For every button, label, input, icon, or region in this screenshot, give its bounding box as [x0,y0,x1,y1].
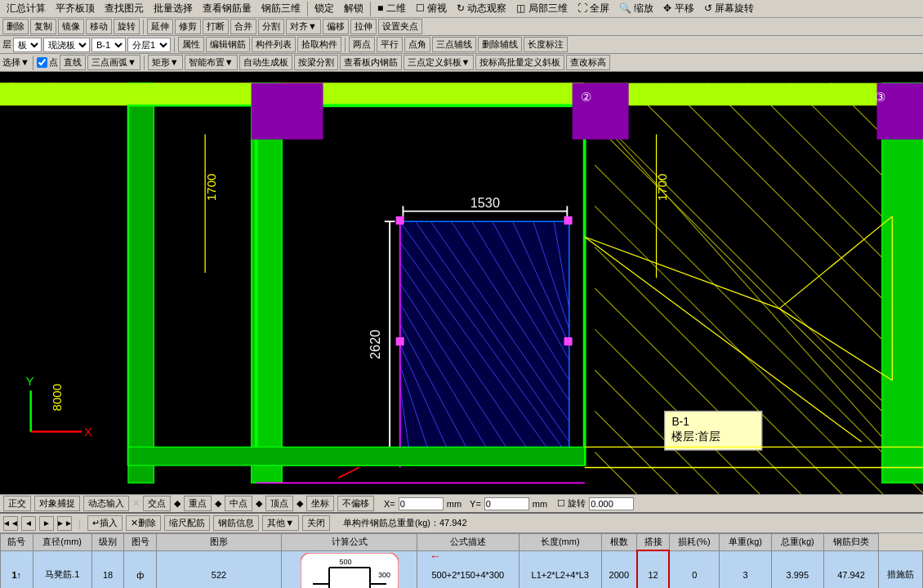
btn-snap[interactable]: 对象捕捉 [34,496,80,511]
btn-two-point[interactable]: 两点 [349,37,375,52]
btn-dynamic-input[interactable]: 动态输入 [83,496,129,511]
btn-coord[interactable]: 坐标 [306,496,334,511]
cell-category: 措施筋 [879,550,923,588]
btn-arc[interactable]: 三点画弧▼ [87,55,140,70]
x-unit: mm [447,499,462,509]
cad-canvas[interactable]: 1530 2620 1700 1700 8000 [0,72,923,494]
btn-set-grip[interactable]: 设置夹点 [378,19,422,34]
layer-toolbar: 层 板 现浇板 B-1 分层1 属性 编辑钢筋 构件列表 拾取构件 两点 平行 … [0,36,923,54]
btn-nav-next[interactable]: ► [39,516,54,531]
btn-split[interactable]: 分割 [258,19,284,34]
btn-check-elevation[interactable]: 查改标高 [566,55,610,70]
x-input[interactable] [399,497,444,510]
type-select[interactable]: 现浇板 [43,38,90,52]
btn-ortho[interactable]: 正交 [3,496,31,511]
menu-unlock[interactable]: 解锁 [339,1,368,16]
btn-intersection[interactable]: 交点 [143,496,171,511]
bottom-panel: ◄◄ ◄ ► ►► | ↵插入 ✕删除 缩尺配筋 钢筋信息 其他▼ 关闭 单构件… [0,512,923,588]
menu-lock[interactable]: 锁定 [310,1,339,16]
btn-align[interactable]: 对齐▼ [286,19,321,34]
btn-rotate[interactable]: 旋转 [114,19,140,34]
menu-flushboard[interactable]: 平齐板顶 [51,1,100,16]
svg-text:1530: 1530 [470,195,500,210]
menu-find[interactable]: 查找图元 [100,1,149,16]
svg-text:B-1: B-1 [671,415,689,428]
btn-copy[interactable]: 复制 [30,19,56,34]
table-row[interactable]: 1↑ 马凳筋.1 18 ф 522 [1,550,923,588]
svg-text:500: 500 [339,558,351,566]
menu-dynamic[interactable]: ↻ 动态观察 [452,1,511,16]
btn-scale-config[interactable]: 缩尺配筋 [164,515,210,531]
cell-formula: 500+2*150+4*300 [417,550,519,588]
menu-batch-select[interactable]: 批量选择 [149,1,198,16]
btn-no-offset[interactable]: 不偏移 [337,496,374,511]
menu-fullscreen[interactable]: ⛶ 全屏 [573,1,614,16]
btn-split-beam[interactable]: 按梁分割 [294,55,338,70]
btn-center[interactable]: 中点 [225,496,252,511]
btn-property[interactable]: 属性 [178,37,204,52]
btn-nav-prev[interactable]: ◄ [21,516,36,531]
cell-row-num: 1↑ [1,550,33,588]
total-weight-label: 单构件钢筋总重量(kg)：47.942 [343,517,467,529]
btn-extend[interactable]: 延伸 [147,19,173,34]
svg-text:8000: 8000 [50,384,64,411]
btn-delete[interactable]: 删除 [2,19,29,34]
btn-other[interactable]: 其他▼ [262,515,299,531]
btn-parallel[interactable]: 平行 [377,37,403,52]
menu-2d[interactable]: ■ 二维 [372,1,411,16]
th-desc: 公式描述 [417,534,519,551]
btn-merge[interactable]: 合并 [230,19,256,34]
btn-midpoint[interactable]: 重点 [184,496,212,511]
btn-auto-gen-board[interactable]: 自动生成板 [239,55,292,70]
btn-insert[interactable]: ↵插入 [87,515,123,531]
menu-top-view[interactable]: ☐ 俯视 [411,1,452,16]
btn-nav-first[interactable]: ◄◄ [3,516,18,531]
btn-vertex[interactable]: 顶点 [265,496,293,511]
layer-select[interactable]: 板 [13,38,42,52]
btn-edit-rebar[interactable]: 编辑钢筋 [206,37,250,52]
menu-local3d[interactable]: ◫ 局部三维 [511,1,572,16]
btn-component-list[interactable]: 构件列表 [252,37,296,52]
btn-nav-last[interactable]: ►► [57,516,72,531]
rotate-label: ☐ 旋转 [557,497,586,510]
cell-unit-weight: 3.995 [771,550,823,588]
menu-view-rebar[interactable]: 查看钢筋量 [198,1,256,16]
btn-pick-component[interactable]: 拾取构件 [297,37,341,52]
menu-rebar3d[interactable]: 钢筋三维 [256,1,305,16]
btn-offset[interactable]: 偏移 [323,19,349,34]
cell-loss: 3 [720,550,772,588]
btn-move[interactable]: 移动 [86,19,112,34]
btn-three-point-slope[interactable]: 三点定义斜板▼ [404,55,475,70]
menu-zoom[interactable]: 🔍 缩放 [614,1,658,16]
btn-length-mark[interactable]: 长度标注 [524,37,568,52]
btn-close[interactable]: 关闭 [302,515,330,531]
svg-rect-72 [396,337,404,345]
main-area: 1530 2620 1700 1700 8000 [0,72,923,494]
btn-view-board-rebar[interactable]: 查看板内钢筋 [340,55,402,70]
btn-break[interactable]: 打断 [203,19,229,34]
menu-pan[interactable]: ✥ 平移 [658,1,698,16]
menu-screen-rotate[interactable]: ↺ 屏幕旋转 [699,1,759,16]
svg-text:楼层:首层: 楼层:首层 [671,430,720,443]
rotate-input[interactable] [589,497,634,510]
sublayer-select[interactable]: 分层1 [127,38,171,52]
btn-stretch[interactable]: 拉伸 [350,19,377,34]
btn-rect[interactable]: 矩形▼ [148,55,183,70]
btn-rebar-info[interactable]: 钢筋信息 [213,515,259,531]
btn-smart-layout[interactable]: 智能布置▼ [185,55,238,70]
y-input[interactable] [484,497,529,510]
btn-trim[interactable]: 修剪 [175,19,201,34]
svg-rect-71 [396,216,404,225]
btn-del-aux[interactable]: 删除辅线 [478,37,522,52]
x-label: X= [384,499,395,509]
point-check[interactable]: 点 [37,56,58,69]
btn-mirror[interactable]: 镜像 [58,19,84,34]
btn-point-angle[interactable]: 点角 [404,37,430,52]
btn-three-point-aux[interactable]: 三点辅线 [432,37,476,52]
menu-summary[interactable]: 汇总计算 [2,1,51,16]
name-select[interactable]: B-1 [91,38,126,52]
btn-batch-slope[interactable]: 按标高批量定义斜板 [475,55,564,70]
btn-delete-row[interactable]: ✕删除 [126,515,161,531]
cell-diameter: 18 [91,550,124,588]
btn-line[interactable]: 直线 [60,55,86,70]
